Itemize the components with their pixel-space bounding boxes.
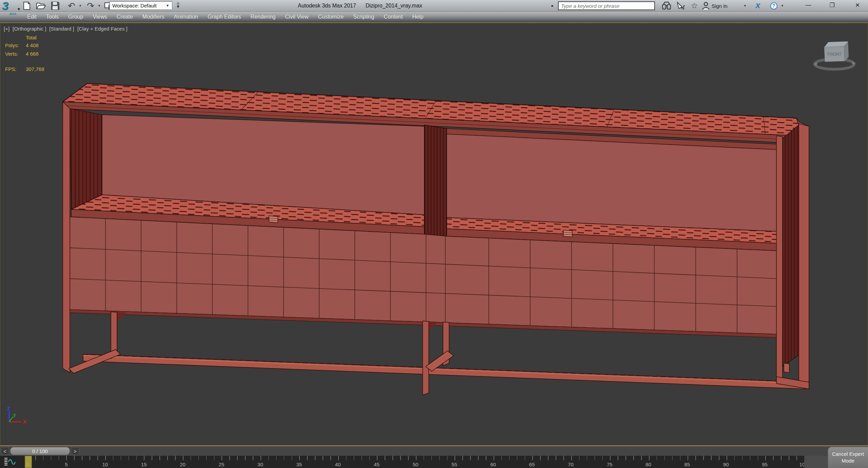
axis-x-label: X	[23, 419, 26, 425]
timeline-ruler-ticks[interactable]	[27, 456, 804, 460]
app-title: Autodesk 3ds Max 2017	[298, 3, 356, 9]
model-right-side-panel	[783, 125, 799, 367]
model-left-inner-side	[70, 109, 102, 209]
binoculars-icon	[662, 2, 671, 10]
cancel-expert-mode-button[interactable]: Cancel Expert Mode	[828, 447, 868, 468]
redo-button[interactable]: ↷	[85, 1, 96, 11]
sign-in-button[interactable]: Sign In	[712, 1, 728, 11]
sign-in-label: Sign In	[712, 3, 728, 9]
undo-caret-icon[interactable]: ▼	[79, 4, 82, 7]
menu-item[interactable]: Scripting	[348, 12, 379, 22]
menu-item[interactable]: Create	[112, 12, 138, 22]
person-icon	[702, 2, 710, 10]
axis-z-label: Z	[7, 406, 10, 411]
model-handle-right	[563, 230, 572, 237]
save-button[interactable]	[50, 1, 60, 11]
infocenter-collapse-icon[interactable]: ▸	[552, 3, 554, 8]
title-bar: 3 ▼ ↶ ▼ ↷ ▼ Workspace: Default ▼	[0, 0, 868, 12]
redo-caret-icon[interactable]: ▼	[98, 4, 101, 7]
workspace-caret-icon: ▼	[166, 4, 169, 7]
next-frame-button[interactable]: >	[71, 447, 79, 455]
timeline-tick-label: 15	[141, 462, 147, 467]
timeline-tick-label: 95	[762, 462, 768, 467]
model-right-inner-post	[776, 136, 783, 383]
time-slider[interactable]: 0 / 100	[10, 447, 70, 455]
timeline-endcap	[804, 456, 829, 468]
menu-item[interactable]: Content	[379, 12, 407, 22]
help-button[interactable]: ?	[769, 1, 779, 11]
sign-in-caret-icon[interactable]: ▼	[744, 4, 747, 7]
timeline-tick-label: 90	[723, 462, 729, 467]
exchange-apps-button[interactable]: X	[752, 1, 763, 11]
timeline-tick-label: 5	[65, 462, 67, 467]
menu-bar: MAX EditToolsGroupViewsCreateModifiersAn…	[0, 12, 868, 22]
menu-item[interactable]: Edit	[22, 12, 41, 22]
viewcube-front-label: FRONT	[827, 52, 842, 57]
menu-item[interactable]: Civil View	[280, 12, 313, 22]
search-button[interactable]	[661, 1, 672, 11]
favorites-button[interactable]: ☆	[689, 1, 699, 11]
exchange-x-icon: X	[755, 2, 760, 10]
new-file-icon	[23, 2, 31, 10]
help-caret-icon[interactable]: ▼	[781, 4, 784, 7]
model-left-post	[63, 102, 70, 373]
satellite-dish-icon	[676, 1, 685, 10]
max-logo-sub: MAX	[9, 12, 16, 16]
open-folder-icon	[36, 2, 46, 10]
timeline-tick-label: 10	[102, 462, 108, 467]
menu-item[interactable]: Rendering	[246, 12, 281, 22]
menu-item[interactable]: Group	[63, 12, 88, 22]
model-handle-left	[269, 216, 278, 223]
timeline-tick-label: 20	[180, 462, 186, 467]
menu-item[interactable]: Views	[88, 12, 112, 22]
restore-button[interactable]: ❐	[824, 0, 840, 10]
timeline-tick-label: 40	[335, 462, 341, 467]
timeline-tick-label: 35	[296, 462, 302, 467]
menu-item[interactable]: Tools	[41, 12, 63, 22]
save-floppy-icon	[51, 2, 59, 10]
menu-item[interactable]: Help	[407, 12, 428, 22]
axis-y-label: y	[13, 412, 16, 417]
viewcube[interactable]: FRONT	[810, 33, 861, 75]
menu-item[interactable]: Modifiers	[138, 12, 169, 22]
menu-item[interactable]: Graph Editors	[203, 12, 246, 22]
help-icon: ?	[770, 2, 777, 10]
model-center-divider	[424, 125, 447, 238]
timeline-tick-label: 70	[568, 462, 574, 467]
communication-center-button[interactable]	[675, 1, 687, 11]
workspace-value: Workspace: Default	[112, 3, 157, 8]
open-file-button[interactable]	[36, 1, 46, 11]
undo-button[interactable]: ↶	[66, 1, 77, 11]
file-title: Dizipro_2014_vray.max	[366, 3, 422, 9]
timeline-tick-label: 45	[374, 462, 380, 467]
menu-bar-items: EditToolsGroupViewsCreateModifiersAnimat…	[22, 12, 428, 22]
mini-curve-editor-button[interactable]	[4, 457, 18, 467]
window-title: Autodesk 3ds Max 2017 Dizipro_2014_vray.…	[298, 0, 422, 12]
curve-wave-icon	[8, 460, 15, 464]
menu-item[interactable]: Animation	[169, 12, 203, 22]
dope-lines-icon	[4, 458, 7, 465]
new-file-button[interactable]	[22, 1, 32, 11]
cancel-expert-line2: Mode	[828, 457, 868, 464]
max-logo[interactable]: 3 ▼	[2, 0, 18, 13]
timeline-tick-label: 85	[684, 462, 690, 467]
close-button[interactable]: ✕	[850, 0, 865, 10]
previous-frame-button[interactable]: <	[1, 447, 9, 455]
model-right-back-wall	[447, 134, 777, 231]
menu-item[interactable]: Customize	[313, 12, 349, 22]
timeline-tick-label: 30	[257, 462, 263, 467]
clay-model-sideboard[interactable]	[0, 23, 868, 446]
minimize-button[interactable]: —	[801, 0, 816, 10]
toolbar-overflow-button[interactable]: =▼	[174, 2, 182, 9]
logo-caret-icon: ▼	[17, 7, 20, 11]
time-slider-row: < 0 / 100 >	[0, 446, 868, 456]
track-bar[interactable]: 0510152025303540455055606570758085909510…	[0, 456, 868, 468]
timeline-tick-label: 80	[645, 462, 651, 467]
workspace-dropdown[interactable]: Workspace: Default ▼	[109, 1, 172, 10]
world-axis-gizmo: Z y X	[4, 406, 34, 427]
timeline-tick-label: 55	[451, 462, 457, 467]
model-middle-leg-a	[423, 321, 429, 395]
viewport[interactable]: [+][Orthographic ][Standard ][Clay + Edg…	[0, 22, 868, 446]
search-input[interactable]	[558, 1, 655, 10]
timeline-tick-label: 0	[26, 462, 29, 467]
